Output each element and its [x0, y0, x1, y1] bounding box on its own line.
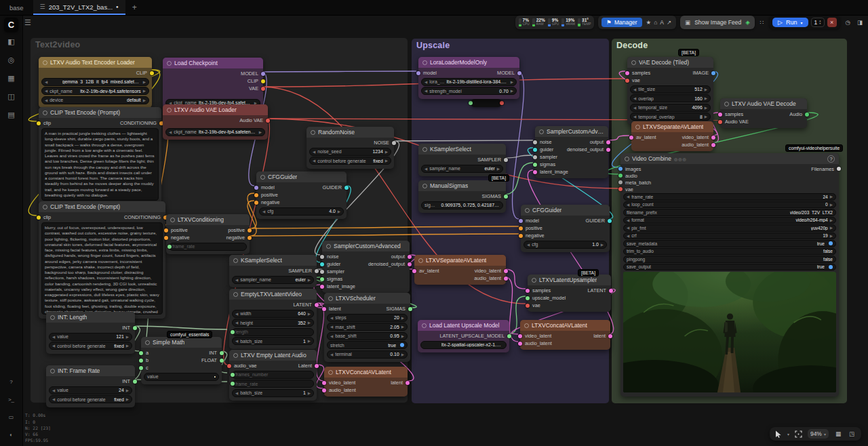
- dec-arrow-icon[interactable]: ◀: [633, 96, 636, 100]
- widget-control before generate[interactable]: ◀control before generatefixed▶: [309, 157, 391, 165]
- dec-arrow-icon[interactable]: ◀: [52, 388, 55, 392]
- widget-tile_size[interactable]: ◀tile_size512▶: [630, 85, 711, 94]
- output-port-Audio[interactable]: [805, 113, 809, 117]
- dec-arrow-icon[interactable]: ◀: [425, 80, 427, 84]
- inc-arrow-icon[interactable]: ▶: [830, 195, 833, 199]
- dec-arrow-icon[interactable]: ◀: [235, 278, 238, 282]
- inc-arrow-icon[interactable]: ▶: [308, 278, 311, 282]
- node-title-bar[interactable]: INT: Length: [46, 312, 135, 323]
- node-empty-ltxv-latent-video[interactable]: EmptyLTXVLatentVideoLATENT◀width640▶◀hei…: [229, 289, 317, 349]
- input-port-frame_rate[interactable]: [231, 382, 235, 386]
- dec-arrow-icon[interactable]: ◀: [627, 226, 629, 230]
- grid-view-icon[interactable]: ▦: [834, 430, 842, 437]
- font-icon[interactable]: A: [658, 19, 665, 26]
- collapse-icon[interactable]: [328, 370, 333, 375]
- workspace-label[interactable]: base: [0, 0, 33, 15]
- output-port-GUIDER[interactable]: [344, 186, 349, 190]
- widget-value[interactable]: ◀value24▶: [49, 386, 132, 394]
- dec-arrow-icon[interactable]: ◀: [330, 316, 333, 320]
- widget-pingpong[interactable]: pingpongfalse: [623, 256, 836, 263]
- fit-view-icon[interactable]: [795, 430, 802, 438]
- node-title-bar[interactable]: INT: Frame Rate: [46, 365, 135, 376]
- terminal-icon[interactable]: >_: [5, 393, 18, 405]
- star-icon[interactable]: ★: [645, 19, 653, 26]
- node-int-frame-rate[interactable]: INT: Frame RateINT◀value24▶◀control befo…: [46, 365, 135, 407]
- node-title-bar[interactable]: VAE Decode (Tiled): [627, 57, 713, 68]
- collapse-icon[interactable]: [422, 184, 427, 188]
- output-port-positive[interactable]: [248, 228, 252, 232]
- collapse-icon[interactable]: [724, 102, 729, 106]
- input-port-positive[interactable]: [254, 193, 258, 197]
- widget-filename_prefix[interactable]: filename_prefixvideo/203_T2V_LTX2: [623, 209, 836, 216]
- collapse-icon[interactable]: [532, 278, 536, 283]
- inc-arrow-icon[interactable]: ▶: [126, 397, 129, 401]
- input-port-vae[interactable]: [618, 187, 623, 191]
- history-icon[interactable]: ◷: [844, 19, 852, 26]
- node-title-bar[interactable]: LTXVScheduler: [324, 293, 410, 304]
- input-port-guider[interactable]: [320, 262, 324, 266]
- dec-arrow-icon[interactable]: ◀: [330, 325, 333, 329]
- collapse-icon[interactable]: [43, 205, 47, 209]
- input-port-model[interactable]: [254, 186, 258, 190]
- input-port-samples[interactable]: [526, 289, 530, 293]
- input-port-audio_vae[interactable]: [227, 364, 231, 368]
- node-manual-sigmas[interactable]: ManualSigmasSIGMASsig…0.909375, 0.725, 0…: [418, 180, 506, 213]
- input-port-audio_latent[interactable]: [518, 342, 522, 346]
- input-port-vae[interactable]: [625, 79, 629, 83]
- output-port-FLOAT[interactable]: [220, 359, 224, 363]
- inc-arrow-icon[interactable]: ▶: [385, 159, 388, 163]
- node-video-combine[interactable]: Video Combine◎◎◎?imagesFilenamesaudiomet…: [620, 153, 839, 397]
- input-port-clip[interactable]: [37, 121, 41, 125]
- widget-value[interactable]: value•: [144, 373, 219, 381]
- collapse-icon[interactable]: [167, 108, 172, 113]
- output-port-INT[interactable]: [220, 351, 224, 355]
- node-title-bar[interactable]: LoraLoaderModelOnly: [418, 57, 519, 68]
- node-clip-text-encode-positive[interactable]: CLIP Text Encode (Prompt)clipCONDITIONIN…: [39, 107, 161, 205]
- collapse-icon[interactable]: [326, 244, 331, 249]
- inc-arrow-icon[interactable]: ▶: [259, 130, 262, 134]
- output-port-output[interactable]: [606, 140, 610, 144]
- widget-ckpt_name[interactable]: ◀ckpt_nameltx-2-19b-dev-fp4.safetensors▶: [165, 128, 265, 136]
- node-ltxv-separate-av-latent-1[interactable]: LTXVSeparateAVLatentav_latentvideo_laten…: [414, 255, 506, 285]
- widget-length[interactable]: length: [232, 328, 314, 336]
- input-port-model[interactable]: [519, 219, 523, 223]
- widget-control before generate[interactable]: ◀control before generatefixed▶: [49, 395, 132, 403]
- title-icons[interactable]: ◎◎◎: [674, 157, 687, 161]
- output-port-Audio VAE[interactable]: [266, 119, 270, 123]
- node-title-bar[interactable]: LTXV Audio Text Encoder Loader: [39, 57, 152, 68]
- output-port-Latent[interactable]: [315, 364, 319, 368]
- output-port-Filenames[interactable]: [837, 167, 841, 171]
- node-ksampler-select-1[interactable]: KSamplerSelectSAMPLER◀sampler_nameeuler▶: [229, 255, 317, 287]
- input-port-positive[interactable]: [519, 226, 523, 230]
- node-graph-canvas[interactable]: Text2videoUpscaleDecodeLTXV Audio Text E…: [0, 0, 868, 446]
- dec-arrow-icon[interactable]: ◀: [627, 195, 629, 199]
- input-port-frame_rate[interactable]: [167, 245, 172, 249]
- pin-icon[interactable]: ⌂: [652, 19, 658, 26]
- node-int-length[interactable]: INT: LengthINT◀value121▶◀control before …: [46, 312, 135, 354]
- output-port-audio_latent[interactable]: [711, 143, 715, 147]
- video-preview-frame[interactable]: [623, 272, 836, 392]
- output-port-IMAGE[interactable]: [711, 71, 715, 75]
- inc-arrow-icon[interactable]: ▶: [385, 150, 388, 154]
- output-port-negative[interactable]: [248, 236, 252, 240]
- node-title-bar[interactable]: CLIP Text Encode (Prompt): [39, 107, 161, 118]
- inc-arrow-icon[interactable]: ▶: [308, 321, 311, 325]
- input-port-b[interactable]: [139, 359, 143, 363]
- inc-arrow-icon[interactable]: ▶: [338, 209, 340, 214]
- input-port-video_latent[interactable]: [518, 334, 522, 338]
- collapse-icon[interactable]: [625, 157, 629, 161]
- collapse-icon[interactable]: [170, 218, 175, 222]
- node-title-bar[interactable]: ManualSigmas: [418, 180, 506, 191]
- widget-frame_rate[interactable]: frame_rate: [232, 380, 314, 388]
- workflow-tab-active[interactable]: ☰ 203_T2V_LTX2_bas... ●: [33, 0, 125, 15]
- input-port-audio_latent[interactable]: [322, 388, 326, 392]
- node-title-bar[interactable]: LTXVConditioning: [166, 214, 250, 225]
- inc-arrow-icon[interactable]: ▶: [830, 234, 833, 238]
- output-port-MODEL[interactable]: [261, 72, 265, 76]
- collapse-icon[interactable]: [43, 110, 47, 115]
- inc-arrow-icon[interactable]: ▶: [143, 89, 146, 93]
- inc-arrow-icon[interactable]: ▶: [126, 388, 129, 392]
- input-port-sampler[interactable]: [320, 270, 324, 274]
- manager-button[interactable]: ⚑ Manager: [601, 18, 642, 27]
- input-port-latent_image[interactable]: [320, 285, 324, 289]
